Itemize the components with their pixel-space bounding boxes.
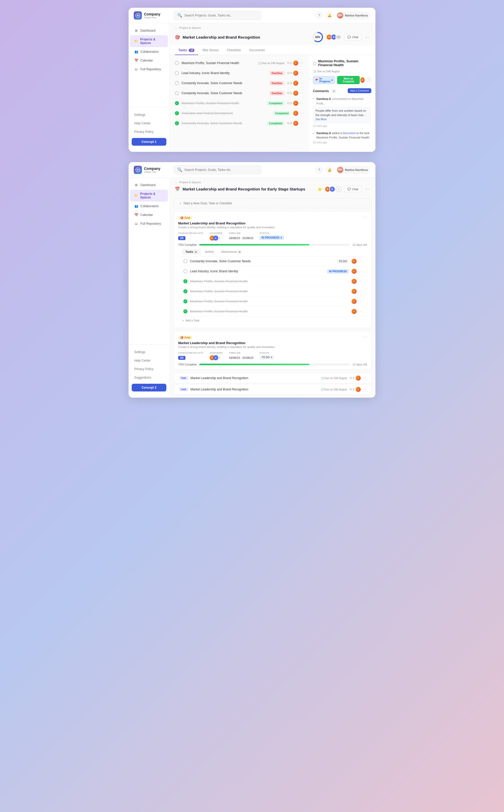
task-dots-1[interactable]: ⋯	[300, 61, 303, 65]
tab-tasks-1[interactable]: Tasks 18	[175, 46, 198, 55]
table-row[interactable]: Lead Industry, Iconic Brand Identity Ove…	[170, 68, 309, 78]
list-item[interactable]: Lead Industry, Iconic Brand Identity IN …	[178, 266, 367, 277]
sidebar-item-dashboard-1[interactable]: ⊞ Dashboard	[130, 26, 168, 35]
sub-tab-tasks-1[interactable]: Tasks6	[182, 249, 201, 255]
g1-task-dots-5[interactable]: ⋯	[358, 299, 362, 304]
sub-tab-attachments-1[interactable]: Attachments6	[218, 249, 245, 255]
help-btn-2[interactable]: ?	[316, 166, 323, 173]
table-row[interactable]: Constantly Innovate, Solve Customer Need…	[170, 88, 309, 98]
g1-task-dots-2[interactable]: ⋯	[358, 269, 362, 273]
standalone-dots-1[interactable]: ⋯	[362, 376, 366, 380]
assign-plus-1[interactable]: +	[219, 236, 221, 240]
help-btn-1[interactable]: ?	[316, 12, 323, 19]
add-task-btn-1[interactable]: + Add a Task	[178, 317, 367, 324]
sidebar-item-repo-2[interactable]: 🗂 Full Repository	[130, 220, 168, 228]
task-check-4[interactable]	[175, 91, 179, 95]
sidebar-item-settings-2[interactable]: Settings	[130, 348, 168, 356]
more-btn-1[interactable]: ⋯	[364, 34, 370, 40]
task-check-3[interactable]	[175, 81, 179, 85]
g1-task-check-2[interactable]	[183, 269, 187, 273]
goal-dots-2[interactable]: ⋯	[363, 335, 367, 339]
search-bar-2[interactable]: 🔍	[174, 165, 261, 174]
chat-btn-2[interactable]: 💬 Chat	[344, 186, 362, 192]
standalone-dots-2[interactable]: ⋯	[362, 387, 366, 391]
notification-btn-2[interactable]: 🔔	[326, 166, 333, 173]
search-input-1[interactable]	[184, 14, 258, 17]
sidebar-item-collaborators-1[interactable]: 👥 Collaborators	[130, 48, 168, 56]
list-item[interactable]: Task Market Leadership and Brand Recogni…	[174, 373, 371, 383]
sidebar-item-calendar-1[interactable]: 📅 Calendar	[130, 56, 168, 65]
status-dropdown-2[interactable]: TO DO ▾	[259, 355, 274, 360]
table-row[interactable]: ✓ Innovation and Product Development: Co…	[170, 108, 309, 118]
goal-dots-1[interactable]: ⋯	[363, 215, 367, 219]
search-input-2[interactable]	[184, 168, 258, 172]
comment-link-2[interactable]: Document	[343, 131, 356, 134]
task-check-5[interactable]: ✓	[175, 101, 179, 105]
task-dots-6[interactable]: ⋯	[300, 111, 303, 115]
tab-documents-1[interactable]: Documents	[246, 46, 268, 55]
add-avatar-btn-2[interactable]: +	[336, 186, 341, 192]
list-item[interactable]: ✓ Maximize Profits, Sustain Financial He…	[178, 287, 367, 297]
g1-task-check-1[interactable]	[183, 259, 187, 263]
list-item[interactable]: Task Market Leadership and Brand Recogni…	[174, 384, 371, 395]
new-goal-input[interactable]	[183, 201, 366, 205]
sidebar-item-collaborators-2[interactable]: 👥 Collaborators	[130, 202, 168, 210]
g1-task-dots-6[interactable]: ⋯	[358, 309, 362, 314]
sidebar-item-dashboard-2[interactable]: ⊞ Dashboard	[130, 181, 168, 189]
task-dots-7[interactable]: ⋯	[300, 121, 303, 125]
user-pill-1[interactable]: MN Martina Navrtilova	[336, 11, 370, 20]
g1-task-dots-4[interactable]: ⋯	[358, 289, 362, 293]
status-dropdown-1[interactable]: IN PROGRESS ▾	[259, 236, 284, 240]
sidebar-item-repo-1[interactable]: 🗂 Full Repository	[130, 65, 168, 73]
table-row[interactable]: Maximize Profits, Sustain Financial Heal…	[170, 58, 309, 68]
g1-task-check-5[interactable]: ✓	[183, 299, 187, 304]
table-row[interactable]: Constantly Innovate, Solve Customer Need…	[170, 78, 309, 88]
task-check-1[interactable]	[175, 61, 179, 65]
task-dots-3[interactable]: ⋯	[300, 81, 303, 85]
g1-task-check-3[interactable]: ✓	[183, 279, 187, 283]
g1-task-dots-1[interactable]: ⋯	[358, 259, 362, 263]
list-item[interactable]: ✓ Maximize Profits, Sustain Financial He…	[178, 277, 367, 287]
sidebar-item-projects-1[interactable]: 📁 Projects & Spaces	[130, 35, 168, 47]
sub-tab-activity-1[interactable]: Activity	[202, 249, 217, 255]
g1-task-dots-3[interactable]: ⋯	[358, 279, 362, 283]
task-dots-5[interactable]: ⋯	[300, 101, 303, 105]
detail-check[interactable]	[313, 62, 316, 65]
tab-milestones-1[interactable]: Mile Stones	[199, 46, 222, 55]
add-avatar-btn[interactable]: +	[367, 77, 371, 83]
task-check-7[interactable]: ✓	[175, 121, 179, 125]
sidebar-item-settings-1[interactable]: Settings	[130, 111, 168, 119]
chat-btn-1[interactable]: 💬 Chat	[344, 34, 362, 40]
g1-task-check-6[interactable]: ✓	[183, 309, 187, 314]
list-item[interactable]: ✓ Maximize Profits, Sustain Financial He…	[178, 297, 367, 307]
status-tag[interactable]: 🚩 In-Progress ▾	[313, 76, 335, 84]
sidebar-item-help-1[interactable]: Help Center	[130, 119, 168, 127]
comment-dots-1[interactable]: ⋯	[368, 101, 371, 104]
concept-badge-1[interactable]: Concept 1	[132, 138, 166, 146]
sidebar-item-help-2[interactable]: Help Center	[130, 356, 168, 365]
list-item[interactable]: Constantly Innovate, Solve Customer Need…	[178, 256, 367, 266]
task-check-6[interactable]: ✓	[175, 111, 179, 115]
g1-task-check-4[interactable]: ✓	[183, 289, 187, 293]
sidebar-item-calendar-2[interactable]: 📅 Calendar	[130, 211, 168, 219]
task-dots-2[interactable]: ⋯	[300, 71, 303, 75]
task-dots-4[interactable]: ⋯	[300, 91, 303, 95]
sidebar-item-privacy-1[interactable]: Privacy Policy	[130, 128, 168, 136]
task-check-2[interactable]	[175, 71, 179, 75]
notification-btn-1[interactable]: 🔔	[326, 12, 333, 19]
user-pill-2[interactable]: MN Martina Navrtilova	[336, 166, 370, 174]
sidebar-item-projects-2[interactable]: 📁 Projects & Spaces	[130, 190, 168, 201]
list-item[interactable]: ✓ Maximize Profits, Sustain Financial He…	[178, 307, 367, 317]
sidebar-item-suggestions-2[interactable]: Suggestions	[130, 373, 168, 382]
table-row[interactable]: ✓ Constantly Innovate, Solve Customer Ne…	[170, 118, 309, 128]
table-row[interactable]: ✓ Maximize Profits, Sustain Financial He…	[170, 98, 309, 108]
search-bar-1[interactable]: 🔍	[174, 11, 261, 20]
tab-checklists-1[interactable]: Checklists	[223, 46, 245, 55]
mark-complete-btn[interactable]: Mark as Complete	[337, 76, 360, 84]
see-more-1[interactable]: See More	[316, 118, 327, 121]
concept-badge-2[interactable]: Concept 2	[132, 384, 166, 391]
sidebar-item-privacy-2[interactable]: Privacy Policy	[130, 365, 168, 373]
more-btn-2[interactable]: ⋯	[364, 186, 370, 192]
assign-plus-2[interactable]: +	[219, 356, 221, 360]
add-comment-btn[interactable]: Add a Comment	[348, 88, 371, 93]
